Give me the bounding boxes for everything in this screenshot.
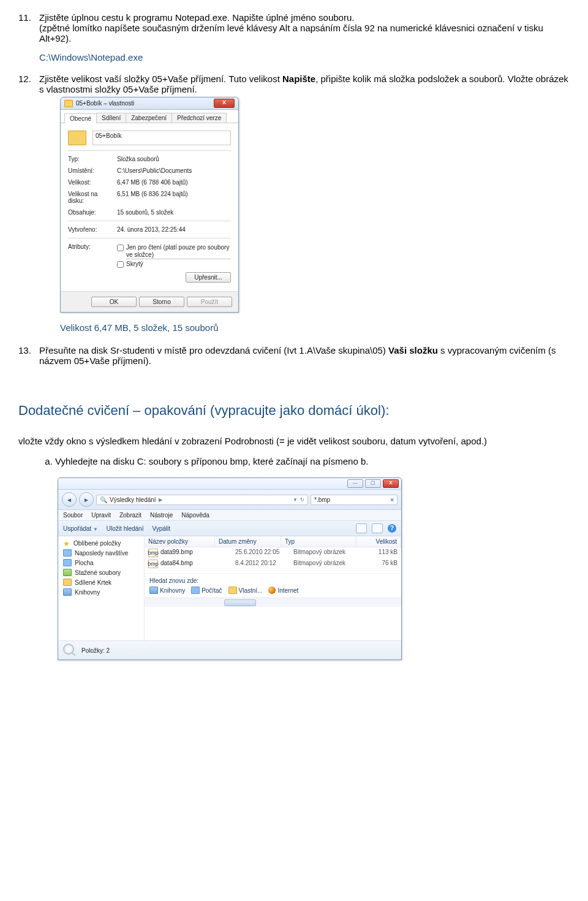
advanced-button[interactable]: Upřesnit...	[186, 272, 231, 283]
prop-type: Složka souborů	[117, 156, 231, 162]
task-num: 13.	[18, 345, 31, 355]
minimize-button[interactable]: —	[347, 479, 363, 488]
prop-sizeondisk: 6,51 MB (6 836 224 bajtů)	[117, 191, 231, 204]
size-note: Velikost 6,47 MB, 5 složek, 15 souborů	[60, 322, 570, 333]
loc-libraries[interactable]: Knihovny	[149, 587, 185, 594]
horizontal-scrollbar[interactable]	[145, 598, 401, 607]
search-again-locations: Knihovny Počítač Vlastní... Internet	[145, 587, 401, 598]
attr-hidden[interactable]: Skrytý	[117, 260, 231, 268]
attr-readonly[interactable]: Jen pro čtení (platí pouze pro soubory v…	[117, 243, 231, 260]
firefox-icon	[268, 587, 276, 594]
prop-location: C:\Users\Public\Documents	[117, 167, 231, 174]
save-search-button[interactable]: Uložit hledání	[107, 525, 144, 532]
loc-custom[interactable]: Vlastní...	[228, 587, 263, 594]
sidebar-recent[interactable]: Naposledy navštíve	[58, 548, 144, 558]
task-text: Zjistěte velikost vaší složky 05+Vaše př…	[39, 74, 568, 94]
task-num: 12.	[18, 74, 31, 84]
burn-button[interactable]: Vypálit	[152, 525, 170, 532]
task-text: Zjistěte úplnou cestu k programu Notepad…	[39, 12, 543, 44]
organize-button[interactable]: Uspořádat ▼	[63, 525, 98, 532]
downloads-icon	[63, 569, 72, 576]
computer-icon	[191, 587, 200, 594]
col-size[interactable]: Velikost	[356, 536, 401, 547]
task-num: 11.	[18, 12, 31, 23]
chevron-down-icon[interactable]: ▼	[293, 497, 298, 503]
file-row[interactable]: bmp data84.bmp 8.4.2012 20:12 Bitmapový …	[145, 558, 401, 569]
subtask-a: Vyhledejte na disku C: soubory s přípono…	[55, 456, 570, 466]
menu-edit[interactable]: Upravit	[91, 512, 111, 519]
close-button[interactable]: X	[214, 99, 235, 108]
search-again-label: Hledat znovu zde:	[145, 573, 401, 587]
sidebar-downloads[interactable]: Stažené soubory	[58, 568, 144, 577]
back-button[interactable]: ◄	[62, 492, 77, 507]
task-13: 13. Přesuňte na disk Sr-studenti v místě…	[18, 345, 570, 366]
loc-computer[interactable]: Počítač	[191, 587, 222, 594]
bmp-icon: bmp	[148, 560, 158, 568]
forward-button[interactable]: ►	[79, 492, 94, 507]
explorer-window: — ▢ X ◄ ► 🔍 Výsledky hledání ▶ ▼ ↻ *.bmp…	[58, 477, 402, 660]
col-type[interactable]: Typ	[281, 536, 356, 547]
properties-dialog: 05+Bobík – vlastnosti X Obecné Sdílení Z…	[60, 97, 239, 313]
col-date[interactable]: Datum změny	[215, 536, 281, 547]
refresh-icon[interactable]: ↻	[300, 497, 304, 503]
prop-contains: 15 souborů, 5 složek	[117, 209, 231, 216]
window-titlebar: — ▢ X	[58, 478, 401, 490]
dialog-titlebar: 05+Bobík – vlastnosti X	[61, 97, 238, 110]
search-icon: 🔍	[100, 496, 107, 503]
file-row[interactable]: bmp data99.bmp 25.6.2010 22:05 Bitmapový…	[145, 547, 401, 558]
folder-name-input[interactable]: 05+Bobík	[92, 131, 231, 145]
dialog-tabs: Obecné Sdílení Zabezpečení Předchozí ver…	[61, 110, 238, 123]
tab-security[interactable]: Zabezpečení	[126, 113, 172, 123]
folder-icon	[68, 131, 86, 145]
libraries-icon	[63, 588, 72, 596]
apply-button[interactable]: Použít	[187, 297, 232, 307]
menu-view[interactable]: Zobrazit	[119, 512, 141, 519]
status-bar: Položky: 2	[58, 641, 401, 660]
status-text: Položky: 2	[81, 647, 110, 654]
menu-bar: Soubor Upravit Zobrazit Nástroje Nápověd…	[58, 510, 401, 521]
maximize-button[interactable]: ▢	[365, 479, 381, 488]
prop-created: 24. února 2013, 22:25:44	[117, 226, 231, 233]
prop-size: 6,47 MB (6 788 406 bajtů)	[117, 179, 231, 186]
tab-sharing[interactable]: Sdílení	[96, 113, 126, 123]
task-11: 11. Zjistěte úplnou cestu k programu Not…	[18, 12, 570, 63]
task-text: Přesuňte na disk Sr-studenti v místě pro…	[39, 345, 556, 366]
chevron-right-icon: ▶	[159, 497, 162, 503]
file-list: Název položky Datum změny Typ Velikost b…	[145, 536, 401, 641]
task-12: 12. Zjistěte velikost vaší složky 05+Vaš…	[18, 74, 570, 333]
folder-icon	[228, 587, 237, 594]
task-answer: C:\Windows\Notepad.exe	[39, 52, 570, 63]
desktop-icon	[63, 559, 72, 566]
ok-button[interactable]: OK	[91, 297, 137, 307]
cancel-button[interactable]: Storno	[139, 297, 184, 307]
sidebar: ★Oblíbené položky Naposledy navštíve Plo…	[58, 536, 145, 641]
sidebar-shared[interactable]: Sdílené Krtek	[58, 577, 144, 587]
breadcrumb[interactable]: 🔍 Výsledky hledání ▶ ▼ ↻	[96, 495, 308, 505]
sidebar-favorites[interactable]: ★Oblíbené položky	[58, 539, 144, 548]
help-icon[interactable]: ?	[388, 524, 396, 533]
dialog-title: 05+Bobík – vlastnosti	[76, 100, 134, 107]
column-headers[interactable]: Název položky Datum změny Typ Velikost	[145, 536, 401, 547]
star-icon: ★	[63, 541, 70, 547]
search-input[interactable]: *.bmp ×	[311, 495, 398, 505]
folder-icon	[64, 100, 73, 107]
recent-icon	[63, 549, 72, 557]
view-icon[interactable]	[356, 523, 367, 533]
close-button[interactable]: X	[383, 479, 399, 488]
magnifier-icon	[63, 644, 77, 657]
sidebar-desktop[interactable]: Plocha	[58, 558, 144, 568]
sidebar-libraries[interactable]: Knihovny	[58, 587, 144, 597]
extra-intro: vložte vždy okno s výsledkem hledání v z…	[18, 436, 570, 446]
col-name[interactable]: Název položky	[145, 536, 215, 547]
menu-file[interactable]: Soubor	[63, 512, 83, 519]
toolbar: Uspořádat ▼ Uložit hledání Vypálit ?	[58, 521, 401, 536]
menu-help[interactable]: Nápověda	[181, 512, 209, 519]
tab-general[interactable]: Obecné	[64, 113, 97, 123]
menu-tools[interactable]: Nástroje	[150, 512, 173, 519]
clear-search-icon[interactable]: ×	[390, 496, 394, 503]
folder-icon	[63, 579, 72, 586]
preview-pane-icon[interactable]	[372, 523, 383, 533]
tab-prev[interactable]: Předchozí verze	[172, 113, 227, 123]
loc-internet[interactable]: Internet	[268, 587, 298, 594]
bmp-icon: bmp	[148, 549, 158, 557]
